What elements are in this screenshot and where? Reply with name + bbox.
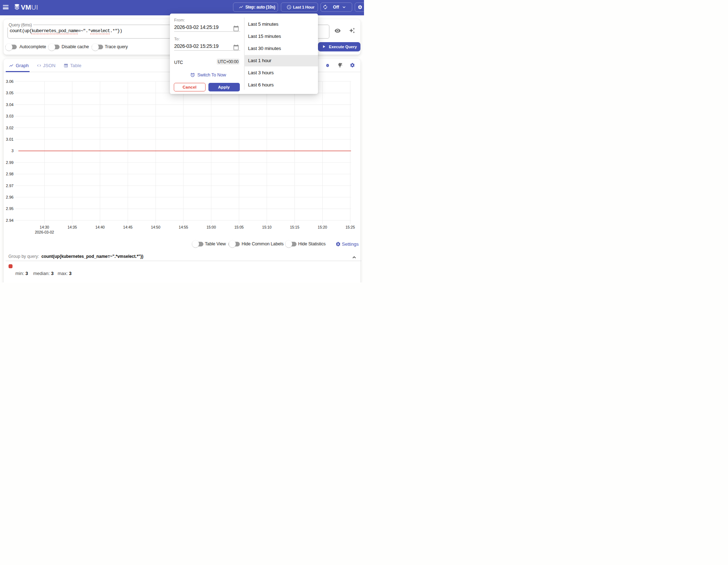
svg-text:3.03: 3.03 — [6, 114, 14, 118]
svg-text:3.04: 3.04 — [6, 102, 14, 107]
svg-text:14:55: 14:55 — [179, 225, 188, 229]
svg-text:2.98: 2.98 — [6, 172, 14, 176]
svg-text:3.06: 3.06 — [6, 79, 14, 84]
svg-text:2.99: 2.99 — [6, 160, 14, 165]
svg-text:14:40: 14:40 — [95, 225, 105, 229]
svg-text:15:10: 15:10 — [262, 225, 272, 229]
svg-text:2.95: 2.95 — [6, 206, 14, 211]
svg-text:15:05: 15:05 — [234, 225, 244, 229]
svg-text:14:35: 14:35 — [67, 225, 77, 229]
svg-text:14:30: 14:30 — [40, 225, 49, 229]
svg-text:2.97: 2.97 — [6, 184, 14, 188]
svg-text:2.94: 2.94 — [6, 218, 14, 222]
svg-text:15:15: 15:15 — [290, 225, 299, 229]
svg-text:15:20: 15:20 — [318, 225, 327, 229]
svg-text:15:25: 15:25 — [345, 225, 355, 229]
svg-text:2.96: 2.96 — [6, 195, 14, 199]
svg-text:3.02: 3.02 — [6, 126, 14, 130]
svg-text:3.05: 3.05 — [6, 91, 14, 95]
svg-text:3.01: 3.01 — [6, 137, 14, 141]
svg-text:3: 3 — [11, 149, 14, 153]
svg-text:14:45: 14:45 — [123, 225, 132, 229]
svg-text:15:00: 15:00 — [207, 225, 216, 229]
svg-text:14:50: 14:50 — [151, 225, 160, 229]
svg-text:2026-03-02: 2026-03-02 — [35, 230, 54, 234]
